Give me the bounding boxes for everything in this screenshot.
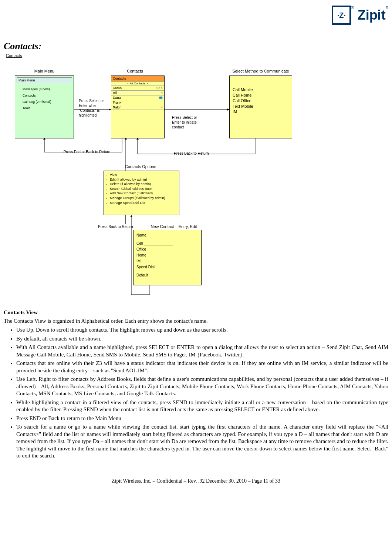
- options-panel: View Edit (if allowed by admin) Delete (…: [104, 171, 179, 215]
- description-list: Use Up, Down to scroll through contacts.…: [4, 326, 388, 460]
- annot-back2: Press Back to Return: [98, 224, 142, 229]
- main-menu-panel: Main Menu Messages (4 new) Contacts Call…: [15, 76, 74, 138]
- field-im[interactable]: IM ______________: [136, 258, 198, 264]
- bullet-3: With All Contacts available and a name h…: [16, 344, 388, 358]
- zipit-logo: ·Z·® Zipit®: [332, 6, 388, 25]
- annot-back1: Press Back to Return: [174, 151, 222, 156]
- label-main-menu: Main Menu: [26, 69, 63, 73]
- opt-view[interactable]: View: [110, 172, 179, 177]
- annot-select-contacts: Press Select or Enter when "Contacts" is…: [79, 98, 108, 118]
- field-office[interactable]: Office ______________: [136, 246, 198, 252]
- method-text-mobile[interactable]: Text Mobile: [233, 104, 289, 109]
- bullet-8: To search for a name or go to a name whi…: [16, 423, 388, 460]
- page-footer: Zipit Wireless, Inc. – Confidential – Re…: [4, 478, 388, 484]
- contact-frank[interactable]: Frank: [111, 100, 164, 105]
- main-menu-header: Main Menu: [17, 77, 72, 83]
- label-contacts: Contacts: [120, 69, 150, 73]
- logo-text: Zipit: [358, 7, 386, 23]
- contacts-view-heading: Contacts View: [4, 309, 388, 316]
- contact-dana[interactable]: Dana👥: [111, 95, 164, 100]
- page-title: Contacts:: [4, 41, 388, 52]
- method-call-mobile[interactable]: Call Mobile: [233, 87, 289, 93]
- menu-item-tools[interactable]: Tools: [23, 105, 74, 111]
- menu-item-calllog[interactable]: Call Log (2 missed): [23, 99, 74, 105]
- field-default[interactable]: Default: [136, 272, 198, 278]
- bullet-7: Press END or Back to return to the Main …: [16, 415, 388, 422]
- contacts-header: Contacts: [111, 76, 164, 81]
- bullet-2: By default, all contacts will be shown.: [16, 335, 388, 343]
- label-select-method: Select Method to Communicate: [226, 69, 296, 73]
- filter-row[interactable]: < All Contacts >: [111, 81, 164, 86]
- method-call-office[interactable]: Call Office: [233, 98, 289, 104]
- bullet-1: Use Up, Down to scroll through contacts.…: [16, 326, 388, 334]
- label-options: Contacts Options: [118, 164, 163, 169]
- bullet-5: Use Left, Right to filter contacts by Ad…: [16, 376, 388, 398]
- menu-item-contacts[interactable]: Contacts: [23, 93, 74, 99]
- menu-item-messages[interactable]: Messages (4 new): [23, 86, 74, 93]
- field-speed[interactable]: Speed Dial ____: [136, 264, 198, 270]
- field-home[interactable]: Home ______________: [136, 252, 198, 258]
- bullet-4: Contacts that are online with their Z3 w…: [16, 360, 388, 374]
- opt-manage-groups[interactable]: Manage Groups (if allowed by admin): [110, 196, 179, 201]
- annot-end-back: Press End or Back to Return: [63, 150, 111, 154]
- method-call-home[interactable]: Call Home: [233, 93, 289, 98]
- contact-aaron[interactable]: Aaron< ⌂ >: [111, 86, 164, 91]
- entry-panel: Name ______________ Cell ______________ …: [133, 230, 202, 285]
- sub-heading: Contacts: [6, 53, 388, 58]
- contacts-view-intro: The Contacts View is organized in Alphab…: [4, 318, 388, 324]
- select-method-panel: Call Mobile Call Home Call Office Text M…: [229, 76, 292, 138]
- method-im[interactable]: IM: [233, 109, 289, 114]
- opt-add-new[interactable]: Add New Contact (if allowed): [110, 191, 179, 196]
- bullet-6: While highlighting a contact in a filter…: [16, 399, 388, 413]
- field-cell[interactable]: Cell ______________: [136, 241, 198, 246]
- contacts-panel: Contacts < All Contacts > Aaron< ⌂ > Bil…: [111, 76, 165, 138]
- opt-delete[interactable]: Delete (if allowed by admin): [110, 182, 179, 187]
- label-newcontact: New Contact – Entry, Edit: [144, 224, 203, 229]
- opt-search-gab[interactable]: Search Global Address Book: [110, 187, 179, 191]
- contact-bill[interactable]: Bill<: [111, 91, 164, 95]
- contact-ralph[interactable]: Ralph<: [111, 105, 164, 110]
- opt-edit[interactable]: Edit (if allowed by admin): [110, 177, 179, 182]
- field-name[interactable]: Name ______________: [136, 232, 198, 238]
- annot-initiate: Press Select or Enter to initiate contac…: [172, 115, 205, 130]
- logo-box: ·Z·: [332, 6, 351, 25]
- flow-diagram: Main Menu Main Menu Messages (4 new) Con…: [4, 69, 388, 306]
- opt-manage-speed[interactable]: Manage Speed Dial List: [110, 201, 179, 205]
